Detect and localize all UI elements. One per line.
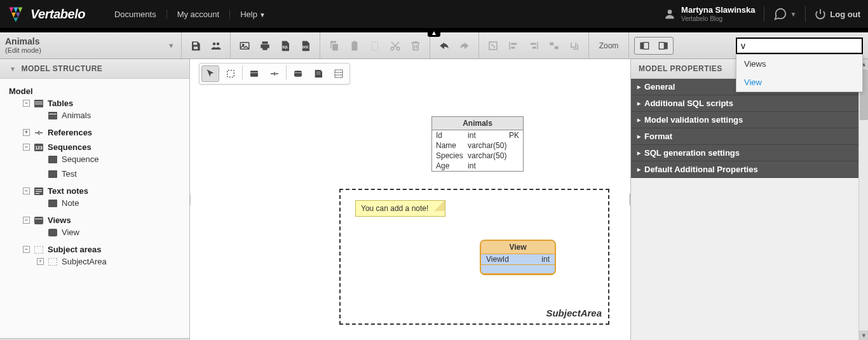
align-left-icon[interactable] [506,38,521,53]
tree-sequences[interactable]: −123Sequences [23,142,189,152]
tree-sequence-sequence[interactable]: Sequence [37,154,189,164]
table-animals[interactable]: Animals IdintPK Namevarchar(50) Speciesv… [431,116,524,172]
align-edit-icon[interactable] [485,38,501,53]
expand-icon[interactable]: + [23,129,30,136]
sql-icon[interactable]: SQL [278,38,293,53]
subject-area-label: SubjectArea [546,308,602,318]
collapse-icon[interactable]: − [23,217,30,224]
scrollbar[interactable]: ▲ ▼ [858,59,868,340]
view-entity[interactable]: View ViewIdint [480,240,556,275]
doc-icon[interactable]: DOC [298,38,313,53]
nav-my-account[interactable]: My account [166,10,229,19]
svg-rect-36 [49,114,57,114]
paste-icon[interactable] [347,38,362,53]
section-defaults[interactable]: ▸Default Additional Properties [631,161,858,178]
tree-views[interactable]: −Views [23,215,189,225]
svg-rect-40 [48,170,57,178]
user-icon [663,8,676,20]
svg-rect-45 [48,200,57,207]
svg-rect-16 [372,42,377,51]
nav-help[interactable]: Help▼ [229,10,276,19]
tree-root-model[interactable]: Model [9,86,189,96]
search-result-view[interactable]: View [736,73,862,92]
chevron-right-icon: ▸ [637,83,641,90]
table-row: Namevarchar(50) [432,140,523,151]
svg-rect-14 [351,42,357,51]
collapse-icon[interactable]: − [23,246,30,253]
user-block[interactable]: Martyna Slawinska Vertabelo Blog [663,6,755,22]
align-top-icon[interactable] [546,38,562,53]
chat-icon[interactable] [773,7,787,21]
expand-handle[interactable]: ▲ [428,28,440,37]
select-area-icon[interactable] [222,65,240,82]
svg-rect-46 [34,217,43,224]
scroll-down-icon[interactable]: ▼ [859,330,868,340]
tree-references[interactable]: +References [23,128,189,137]
doc-title[interactable]: Animals (Edit mode) [5,37,107,54]
tree-subject-areas[interactable]: −Subject areas [23,245,189,254]
tree-tables[interactable]: −Tables [23,99,189,108]
pointer-tool-icon[interactable] [201,65,219,82]
chevron-right-icon: ▸ [637,100,641,107]
new-subject-area-icon[interactable] [330,65,348,82]
view-left-panel-icon[interactable] [636,39,653,53]
svg-rect-54 [294,71,302,76]
svg-text:SQL: SQL [282,45,288,48]
chevron-down-icon: ▼ [790,11,796,18]
save-icon[interactable] [188,38,203,53]
cut-icon[interactable] [388,38,403,53]
logo-icon [8,5,25,23]
svg-rect-35 [48,112,57,119]
chevron-down-icon: ▼ [259,11,266,18]
section-validation[interactable]: ▸Model validation settings [631,112,858,128]
print-icon[interactable] [257,38,273,53]
image-icon[interactable] [237,38,252,53]
tree-sequence-test[interactable]: Test [37,169,189,179]
copy-icon[interactable] [327,38,342,53]
new-note-icon[interactable] [309,65,327,82]
svg-point-6 [668,10,672,14]
reference-icon [34,128,44,137]
chevron-down-icon[interactable]: ▾ [169,41,173,50]
expand-icon[interactable]: + [37,258,44,265]
align-right-icon[interactable] [526,38,541,53]
tree-note-note[interactable]: Note [37,198,189,208]
svg-text:DOC: DOC [302,45,309,48]
search-result-views[interactable]: Views [736,55,862,73]
new-reference-icon[interactable] [266,65,283,82]
svg-rect-13 [332,44,338,51]
collapse-icon[interactable]: − [23,187,30,194]
chevron-right-icon: ▸ [637,133,641,140]
align-bottom-icon[interactable] [567,38,582,53]
new-view-icon[interactable] [289,65,307,82]
share-icon[interactable] [208,38,224,53]
logo[interactable]: Vertabelo [8,5,85,23]
redo-icon[interactable] [457,38,472,53]
undo-icon[interactable] [437,38,452,53]
model-structure-header[interactable]: ▼ MODEL STRUCTURE [0,59,189,79]
nav-documents[interactable]: Documents [104,10,166,19]
collapse-icon[interactable]: − [23,100,30,107]
diagram-canvas[interactable]: Animals IdintPK Namevarchar(50) Speciesv… [190,59,630,340]
tree-view-view[interactable]: View [37,228,189,237]
table-icon [48,111,58,120]
section-sql-scripts[interactable]: ▸Additional SQL scripts [631,95,858,112]
new-table-icon[interactable] [245,65,263,82]
paste-special-icon[interactable] [367,38,383,53]
tree-table-animals[interactable]: Animals [37,111,189,120]
tree-subjectarea-item[interactable]: +SubjectArea [37,257,189,266]
view-right-panel-icon[interactable] [655,39,672,53]
search-input[interactable] [736,37,863,54]
svg-rect-51 [227,71,234,78]
note-box[interactable]: You can add a note! [355,200,445,217]
svg-rect-30 [660,42,665,49]
section-generation[interactable]: ▸SQL generation settings [631,145,858,161]
view-row [481,265,555,274]
tree-text-notes[interactable]: −Text notes [23,186,189,196]
logout-button[interactable]: Log out [815,8,860,20]
section-format[interactable]: ▸Format [631,128,858,145]
svg-rect-49 [34,246,43,254]
chevron-right-icon: ▸ [637,116,641,123]
collapse-icon[interactable]: − [23,144,30,151]
trash-icon[interactable] [408,38,423,53]
